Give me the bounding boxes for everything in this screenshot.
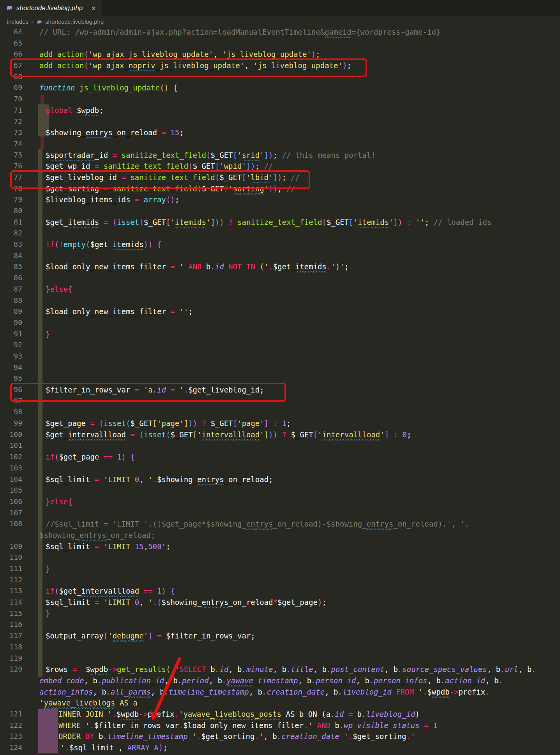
code-line-83[interactable]: 83if(!empty($get_itemids)) { [0, 239, 560, 250]
code-text: $get_liveblog_id = sanitize_text_field($… [39, 173, 300, 182]
code-line-102[interactable]: 102if($get_page == 1) { [0, 451, 560, 463]
code-line-65[interactable]: 65 [0, 38, 560, 49]
code-line-94[interactable]: 94 [0, 362, 560, 373]
line-number: 73 [0, 127, 22, 138]
line-number: 98 [0, 407, 22, 418]
code-line-104[interactable]: 104$sql_limit = 'LIMIT 0, '.$showing_ent… [0, 474, 560, 485]
breadcrumb-file[interactable]: shortcode.liveblog.php [45, 18, 104, 25]
code-line-112[interactable]: 112 [0, 575, 560, 586]
code-line-78[interactable]: 78$get_sorting = sanitize_text_field($_G… [0, 183, 560, 194]
close-icon[interactable]: ✕ [91, 5, 96, 12]
code-text [39, 486, 46, 495]
code-line-97[interactable]: 97 [0, 396, 560, 407]
code-text: '.$sql_limit , ARRAY_A); [39, 743, 168, 752]
code-line-103[interactable]: 103 [0, 463, 560, 474]
code-text: if(!empty($get_itemids)) { [39, 240, 162, 249]
code-line-81[interactable]: 81$get_itemids = (isset($_GET['itemids']… [0, 217, 560, 228]
vscode-window: { "tab": { "title": "shortcode.liveblog.… [0, 0, 560, 755]
code-line-80[interactable]: 80 [0, 205, 560, 217]
code-text: function js_liveblog_update() { [39, 83, 178, 92]
code-line-107[interactable]: 107 [0, 507, 560, 519]
code-line-109[interactable]: 109$sql_limit = 'LIMIT 15,500'; [0, 541, 560, 552]
code-text: } [39, 609, 50, 618]
code-line-wrap[interactable]: embed_code, b.publication_id, b.period, … [0, 675, 560, 686]
line-number: 106 [0, 496, 22, 507]
breadcrumb-folder[interactable]: includes [7, 18, 28, 25]
code-line-111[interactable]: 111} [0, 563, 560, 575]
code-line-120[interactable]: 120$rows = $wpdb->get_results( 'SELECT b… [0, 664, 560, 675]
code-line-84[interactable]: 84 [0, 250, 560, 262]
code-line-79[interactable]: 79$liveblog_items_ids = array(); [0, 194, 560, 205]
code-line-68[interactable]: 68 [0, 71, 560, 83]
code-line-73[interactable]: 73$showing_entrys_on_reload = 15; [0, 127, 560, 138]
code-line-118[interactable]: 118 [0, 642, 560, 653]
code-line-96[interactable]: 96$filter_in_rows_var = 'a.id = '.$get_l… [0, 384, 560, 396]
code-line-85[interactable]: 85$load_only_new_items_filter = ' AND b.… [0, 261, 560, 272]
code-line-92[interactable]: 92 [0, 339, 560, 351]
code-line-77[interactable]: 77$get_liveblog_id = sanitize_text_field… [0, 172, 560, 183]
code-line-wrap[interactable]: action_infos, b.all_parms, b.timeline_ti… [0, 686, 560, 698]
code-line-66[interactable]: 66add_action('wp_ajax_js_liveblog_update… [0, 49, 560, 60]
code-line-75[interactable]: 75$sportradar_id = sanitize_text_field($… [0, 150, 560, 161]
code-line-106[interactable]: 106}else{ [0, 496, 560, 507]
line-number: 89 [0, 306, 22, 317]
code-line-wrap[interactable]: 'yawave_liveblogs AS a [0, 697, 560, 709]
code-text: $sql_limit = 'LIMIT 0, '.($showing_entry… [39, 598, 327, 606]
code-line-82[interactable]: 82 [0, 228, 560, 239]
code-line-108[interactable]: 108//$sql_limit = 'LIMIT '.(($get_page*$… [0, 518, 560, 530]
code-line-91[interactable]: 91} [0, 329, 560, 340]
code-line-76[interactable]: 76$get_wp_id = sanitize_text_field($_GET… [0, 161, 560, 172]
code-line-99[interactable]: 99$get_page = (isset($_GET['page'])) ? $… [0, 418, 560, 429]
code-text: $showing_entrys_on_reload = 15; [39, 128, 184, 137]
line-number: 116 [0, 619, 22, 630]
code-line-116[interactable]: 116 [0, 619, 560, 630]
code-line-90[interactable]: 90 [0, 317, 560, 329]
code-text: embed_code, b.publication_id, b.period, … [39, 676, 503, 685]
code-line-69[interactable]: 69function js_liveblog_update() { [0, 82, 560, 94]
code-line-114[interactable]: 114$sql_limit = 'LIMIT 0, '.($showing_en… [0, 597, 560, 608]
code-line-87[interactable]: 87}else{ [0, 284, 560, 295]
code-line-70[interactable]: 70 [0, 94, 560, 105]
code-line-113[interactable]: 113if($get_intervallload == 1) { [0, 585, 560, 597]
code-line-101[interactable]: 101 [0, 440, 560, 451]
code-line-122[interactable]: 122WHERE '.$filter_in_rows_var.$load_onl… [0, 720, 560, 731]
line-number: 113 [0, 585, 22, 597]
code-text: //$sql_limit = 'LIMIT '.(($get_page*$sho… [39, 520, 473, 528]
code-line-105[interactable]: 105 [0, 485, 560, 496]
code-line-wrap[interactable]: $showing_entrys_on_reload; [0, 530, 560, 541]
line-number: 81 [0, 217, 22, 228]
code-text: }else{ [39, 285, 72, 294]
code-line-86[interactable]: 86 [0, 272, 560, 284]
code-text: $get_wp_id = sanitize_text_field($_GET['… [39, 162, 273, 170]
code-line-98[interactable]: 98 [0, 407, 560, 418]
code-line-100[interactable]: 100$get_intervallload = (isset($_GET['in… [0, 429, 560, 440]
code-line-121[interactable]: 121INNER JOIN '.$wpdb->prefix.'yawave_li… [0, 709, 560, 720]
line-number: 120 [0, 664, 22, 675]
code-line-88[interactable]: 88 [0, 295, 560, 306]
line-number: 91 [0, 329, 22, 340]
tab-shortcode-liveblog-php[interactable]: shortcode.liveblog.php ✕ [0, 0, 102, 16]
code-line-123[interactable]: 123ORDER BY b.timeline_timestamp '.$get_… [0, 731, 560, 742]
code-editor[interactable]: 64// URL: /wp-admin/admin-ajax.php?actio… [0, 27, 560, 753]
code-line-119[interactable]: 119 [0, 653, 560, 664]
code-line-89[interactable]: 89$load_only_new_items_filter = ''; [0, 306, 560, 317]
code-line-67[interactable]: 67add_action('wp_ajax_nopriv_js_liveblog… [0, 60, 560, 71]
code-line-110[interactable]: 110 [0, 552, 560, 563]
line-number: 121 [0, 709, 22, 720]
code-text [39, 620, 46, 629]
code-text: $get_intervallload = (isset($_GET['inter… [39, 430, 411, 439]
code-line-72[interactable]: 72 [0, 116, 560, 127]
code-line-71[interactable]: 71global $wpdb; [0, 105, 560, 116]
code-line-64[interactable]: 64// URL: /wp-admin/admin-ajax.php?actio… [0, 27, 560, 38]
code-line-95[interactable]: 95 [0, 373, 560, 384]
code-line-74[interactable]: 74 [0, 138, 560, 150]
line-number: 76 [0, 161, 22, 172]
line-number: 87 [0, 284, 22, 295]
code-line-93[interactable]: 93 [0, 351, 560, 362]
code-line-115[interactable]: 115} [0, 608, 560, 619]
line-number: 99 [0, 418, 22, 429]
code-line-124[interactable]: 124'.$sql_limit , ARRAY_A); [0, 742, 560, 753]
code-line-117[interactable]: 117$output_array['debugme'] = $filter_in… [0, 630, 560, 642]
line-number: 74 [0, 138, 22, 150]
code-text [39, 654, 46, 663]
